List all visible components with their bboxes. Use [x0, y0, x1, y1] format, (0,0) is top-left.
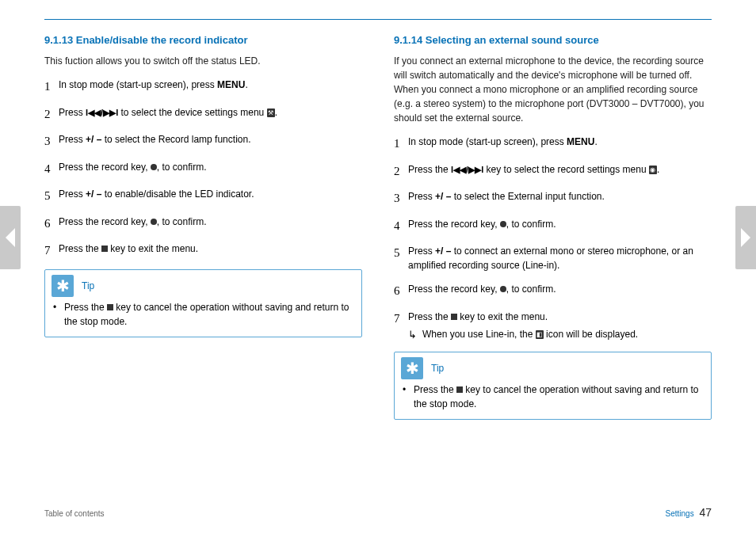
step: 3Press +/ – to select the Record lamp fu…	[44, 132, 362, 150]
step-list: 1In stop mode (start-up screen), press M…	[394, 135, 712, 342]
tip-icon: ✱	[401, 357, 423, 379]
step: 1In stop mode (start-up screen), press M…	[44, 78, 362, 96]
tip-label: Tip	[82, 279, 94, 293]
stop-key-icon	[456, 386, 463, 393]
step: 4Press the record key, , to confirm.	[44, 160, 362, 178]
tip-box: ✱ Tip •Press the key to cancel the opera…	[44, 269, 362, 337]
record-key-icon	[151, 219, 157, 225]
footer-toc-link[interactable]: Table of contents	[44, 509, 105, 518]
footer-section-link[interactable]: Settings	[666, 509, 694, 518]
step: 4Press the record key, , to confirm.	[394, 217, 712, 235]
step: 7 Press the key to exit the menu. ↳When …	[394, 310, 712, 343]
record-key-icon	[500, 221, 506, 227]
step: 1In stop mode (start-up screen), press M…	[394, 135, 712, 153]
top-rule	[44, 19, 712, 20]
tip-label: Tip	[431, 361, 444, 375]
heading-number: 9.1.14	[394, 34, 422, 46]
seek-keys-icon: I◀◀/▶▶I	[86, 106, 118, 120]
intro-text: If you connect an external microphone to…	[394, 54, 712, 125]
next-page-arrow[interactable]	[735, 206, 756, 269]
svg-marker-1	[741, 228, 750, 247]
stop-key-icon	[451, 314, 457, 320]
step: 6Press the record key, , to confirm.	[44, 215, 362, 233]
stop-key-icon	[107, 304, 113, 310]
prev-page-arrow[interactable]	[0, 206, 21, 269]
step-list: 1In stop mode (start-up screen), press M…	[44, 78, 362, 260]
left-column: 9.1.13 Enable/disable the record indicat…	[44, 34, 362, 420]
step: 2Press I◀◀/▶▶I to select the device sett…	[44, 105, 362, 124]
sub-step: ↳When you use Line-in, the ◧ icon will b…	[408, 327, 712, 343]
tip-icon: ✱	[52, 275, 74, 297]
heading-title: Enable/disable the record indicator	[76, 34, 248, 46]
seek-keys-icon: I◀◀/▶▶I	[451, 163, 483, 177]
page-footer: Table of contents Settings 47	[44, 506, 712, 519]
step: 5Press +/ – to enable/disable the LED in…	[44, 187, 362, 205]
section-heading: 9.1.13 Enable/disable the record indicat…	[44, 34, 362, 46]
settings-menu-icon: ⚒	[267, 109, 275, 117]
tip-box: ✱ Tip •Press the key to cancel the opera…	[394, 352, 712, 420]
section-heading: 9.1.14 Selecting an external sound sourc…	[394, 34, 712, 46]
right-column: 9.1.14 Selecting an external sound sourc…	[394, 34, 712, 420]
page-number: 47	[699, 506, 712, 519]
record-key-icon	[151, 164, 157, 170]
step: 6Press the record key, , to confirm.	[394, 282, 712, 300]
page-content: 9.1.13 Enable/disable the record indicat…	[44, 19, 712, 514]
step: 2Press the I◀◀/▶▶I key to select the rec…	[394, 162, 712, 181]
step: 3Press +/ – to select the External input…	[394, 189, 712, 207]
stop-key-icon	[101, 246, 108, 252]
heading-number: 9.1.13	[44, 34, 73, 46]
intro-text: This fuction allows you to switch off th…	[44, 54, 362, 68]
line-in-icon: ◧	[536, 330, 544, 339]
record-key-icon	[500, 286, 506, 292]
step: 5Press +/ – to connect an external mono …	[394, 244, 712, 272]
step: 7Press the key to exit the menu.	[44, 242, 362, 260]
svg-marker-0	[6, 228, 15, 247]
record-settings-menu-icon: ◉	[649, 166, 657, 174]
heading-title: Selecting an external sound source	[426, 34, 599, 46]
